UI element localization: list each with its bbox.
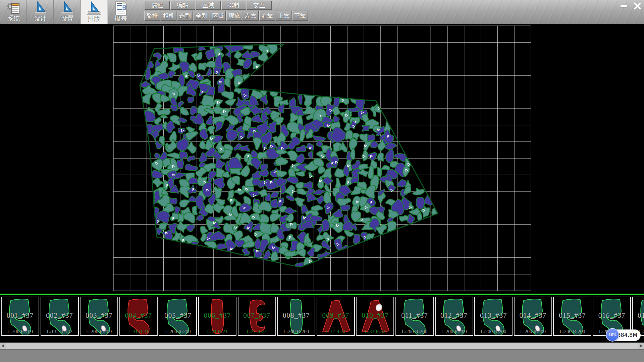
thumbnail-cell-006_#37[interactable]: 006_#37L:21 R:21 (198, 297, 236, 336)
part-lr-count: L:33 R:33 (357, 329, 393, 335)
tool-button-下靠[interactable]: 下靠 (292, 11, 308, 21)
part-lr-count: L:32 R:31 (317, 329, 354, 335)
canvas-background (0, 24, 644, 294)
tool-button-相机[interactable]: 相机 (161, 11, 176, 21)
close-button[interactable] (631, 1, 643, 10)
minimize-icon (621, 5, 627, 7)
thumbnail-cell-001_#37[interactable]: 001_#37L:700 R:700 (1, 297, 39, 336)
scroll-right-button[interactable] (638, 343, 644, 349)
part-lr-count: L:31 R:31 (238, 329, 275, 335)
part-id-label: 012_#37 (436, 311, 473, 320)
part-id-label: 006_#37 (199, 311, 236, 320)
mode-button-设计[interactable]: 设计 (27, 0, 54, 24)
tool-button-区域[interactable]: 区域 (210, 11, 226, 21)
horizontal-scrollbar[interactable] (0, 343, 644, 349)
nesting-app-window: 系统设计设置排版报表 属性编辑区域排料交互 聚排相机选割全割区域瑕疵左靠右靠上靠… (0, 0, 644, 362)
part-lr-count: L:200 R:200 (554, 329, 591, 335)
tool-button-聚排[interactable]: 聚排 (144, 11, 160, 21)
status-bar (0, 349, 644, 362)
part-id-label: 004_#37 (120, 311, 157, 320)
memory-percent: 38% (608, 333, 616, 337)
minimize-button[interactable] (618, 1, 630, 10)
window-controls (618, 1, 643, 11)
part-id-label: 014_#37 (515, 311, 551, 320)
thumbnail-cell-009_#37[interactable]: 009_#37L:32 R:31 (317, 297, 355, 336)
part-lr-count: L:200 R:200 (396, 329, 433, 335)
tool-button-选割[interactable]: 选割 (177, 11, 193, 21)
part-id-label: 009_#37 (317, 311, 354, 320)
part-lr-count: L:132 R:132 (41, 329, 78, 335)
part-lr-count: L:200 R:200 (475, 329, 512, 335)
mode-button-label: 设计 (27, 14, 53, 23)
thumbnail-strip: 001_#37L:700 R:700002_#37L:132 R:132003_… (0, 294, 644, 343)
thumbnail-cell-013_#37[interactable]: 013_#37L:200 R:200 (474, 297, 513, 336)
menu-tab-属性[interactable]: 属性 (145, 1, 170, 10)
part-lr-count: L:31 R:31 (120, 329, 157, 335)
tool-button-瑕疵[interactable]: 瑕疵 (226, 11, 242, 21)
part-lr-count: L:200 R:200 (515, 329, 551, 335)
menu-tab-编辑[interactable]: 编辑 (170, 1, 195, 10)
mode-button-系统[interactable]: 系统 (0, 0, 27, 24)
memory-value: 384.8M (617, 332, 637, 338)
thumbnail-cell-004_#37[interactable]: 004_#37L:31 R:31 (119, 297, 158, 336)
thumbnail-cell-008_#37[interactable]: 008_#37L:200 R:200 (277, 297, 315, 336)
part-id-label: 010_#37 (357, 311, 393, 320)
close-icon (633, 2, 642, 10)
part-lr-count: L:21 R:21 (199, 329, 236, 335)
tool-button-右靠[interactable]: 右靠 (259, 11, 275, 21)
ribbon-toolbar: 系统设计设置排版报表 属性编辑区域排料交互 聚排相机选割全割区域瑕疵左靠右靠上靠… (0, 0, 644, 24)
menu-tab-排料[interactable]: 排料 (221, 1, 246, 10)
mode-button-label: 报表 (108, 14, 134, 23)
part-lr-count: L:200 R:200 (80, 329, 117, 335)
thumbnail-cell-003_#37[interactable]: 003_#37L:200 R:200 (80, 297, 118, 336)
thumbnail-cell-015_#37[interactable]: 015_#37L:200 R:200 (553, 297, 591, 336)
part-id-label: 002_#37 (41, 311, 78, 320)
part-id-label: 001_#37 (2, 311, 39, 320)
mode-button-label: 排版 (81, 14, 107, 23)
menu-tab-区域[interactable]: 区域 (196, 1, 221, 10)
menu-tab-交互[interactable]: 交互 (247, 1, 272, 10)
part-id-label: 003_#37 (80, 311, 117, 320)
part-id-label: 005_#37 (159, 311, 196, 320)
memory-percent-badge: 38% (606, 328, 619, 342)
mode-button-设置[interactable]: 设置 (54, 0, 80, 24)
part-id-label: 011_#37 (396, 311, 433, 320)
part-id-label: 015_#37 (554, 311, 591, 320)
mode-button-排版[interactable]: 排版 (80, 0, 107, 24)
thumbnail-cell-014_#37[interactable]: 014_#37L:200 R:200 (514, 297, 552, 336)
part-id-label: 016_#37 (593, 311, 630, 320)
scroll-left-button[interactable] (0, 343, 6, 349)
scroll-right-icon (640, 344, 642, 348)
mode-button-报表[interactable]: 报表 (107, 0, 134, 24)
part-lr-count: L:200 R:200 (159, 329, 196, 335)
thumbnail-cell-010_#37[interactable]: 010_#37L:33 R:33 (356, 297, 394, 336)
thumbnail-cell-002_#37[interactable]: 002_#37L:132 R:132 (41, 297, 79, 336)
part-lr-count: L:200 R:200 (278, 329, 315, 335)
mode-button-label: 设置 (54, 14, 80, 23)
tool-button-全割[interactable]: 全割 (194, 11, 209, 21)
part-id-label: 008_#37 (278, 311, 315, 320)
thumbnail-cell-005_#37[interactable]: 005_#37L:200 R:200 (159, 297, 197, 336)
strip-divider-line (0, 294, 644, 295)
part-id-label: 007_#37 (238, 311, 275, 320)
thumbnail-cell-011_#37[interactable]: 011_#37L:200 R:200 (395, 297, 434, 336)
part-lr-count: L:200 R:200 (436, 329, 473, 335)
part-lr-count: L:700 R:700 (2, 329, 39, 335)
nesting-canvas[interactable] (0, 24, 644, 294)
thumbnail-cell-012_#37[interactable]: 012_#37L:200 R:200 (435, 297, 473, 336)
thumbnail-cell-007_#37[interactable]: 007_#37L:31 R:31 (238, 297, 276, 336)
scroll-left-icon (2, 344, 4, 348)
mode-button-label: 系统 (0, 14, 26, 23)
tool-button-左靠[interactable]: 左靠 (243, 11, 259, 21)
tool-button-上靠[interactable]: 上靠 (276, 11, 291, 21)
part-id-label: 017_#37 (633, 311, 644, 320)
part-id-label: 013_#37 (475, 311, 512, 320)
